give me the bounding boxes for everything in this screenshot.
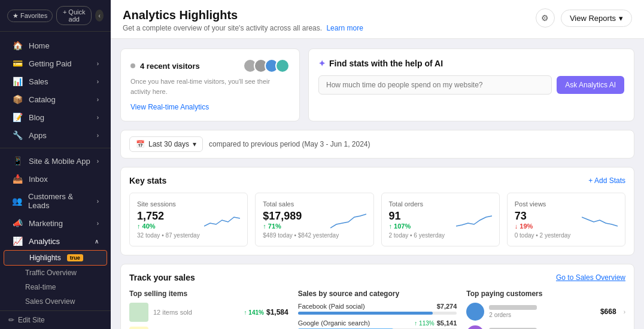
sidebar-item-apps[interactable]: 🔧 Apps › — [4, 126, 107, 144]
stat-card-sales: Total sales $17,989 ↑ 71% $489 today • $… — [255, 193, 373, 246]
visitors-card: 4 recent visitors Once you have real-tim… — [120, 48, 300, 121]
sidebar-nav: 🏠 Home 💳 Getting Paid › 📊 Sales › 📦 Cata… — [0, 32, 111, 310]
ai-card: ✦ Find stats with the help of AI Ask Ana… — [308, 48, 634, 121]
view-reports-button[interactable]: View Reports ▾ — [561, 10, 632, 27]
inbox-icon: 📥 — [12, 174, 23, 184]
new-badge: true — [67, 254, 83, 261]
spark-icon: ✦ — [318, 59, 326, 68]
header-left: Analytics Highlights Get a complete over… — [123, 8, 363, 32]
marketing-icon: 📣 — [12, 218, 23, 228]
learn-more-link[interactable]: Learn more — [326, 24, 363, 32]
blog-icon: 📝 — [12, 112, 23, 122]
collapse-sidebar-button[interactable]: ‹ — [95, 10, 104, 22]
list-item: 12 items sold ↑ 500% $1,467 — [129, 327, 288, 329]
view-realtime-link[interactable]: View Real-time Analytics — [130, 103, 209, 111]
visitors-description: Once you have real-time visitors, you'll… — [130, 77, 290, 96]
sidebar-item-sales[interactable]: 📊 Sales › — [4, 72, 107, 90]
analytics-submenu: Highlights true Traffic Overview Real-ti… — [0, 250, 111, 310]
track-sales-title: Track your sales — [129, 273, 195, 282]
chevron-down-icon: ▾ — [619, 14, 623, 23]
chevron-right-icon: › — [97, 96, 99, 103]
comparison-period-label: compared to previous period (May 3 - Jun… — [209, 140, 370, 148]
box-icon: 📦 — [12, 95, 23, 104]
stat-card-post-views: Post views 73 ↓ 19% 0 today • 2 yesterda… — [507, 193, 625, 246]
sidebar-item-inbox[interactable]: 📥 Inbox — [4, 170, 107, 188]
date-period-row: 📅 Last 30 days ▾ compared to previous pe… — [120, 130, 634, 159]
chevron-right-icon: › — [97, 78, 99, 85]
chevron-right-icon: › — [97, 158, 99, 164]
product-thumbnail — [129, 327, 148, 329]
customers-icon: 👥 — [12, 196, 22, 206]
sales-columns: Top selling items 12 items sold ↑ 141% $… — [129, 290, 625, 329]
page-description: Get a complete overview of your site's a… — [123, 24, 363, 32]
chevron-right-icon: › — [624, 309, 625, 315]
customer-name-blur — [489, 305, 537, 310]
top-cards-row: 4 recent visitors Once you have real-tim… — [120, 48, 634, 121]
settings-button[interactable]: ⚙ — [536, 8, 555, 28]
item-stats: ↑ 141% $1,584 — [244, 308, 288, 316]
chevron-down-icon: ▾ — [193, 140, 196, 148]
key-stats-title: Key stats — [129, 176, 166, 185]
sidebar-item-sales-overview[interactable]: Sales Overview — [0, 294, 111, 309]
favorites-button[interactable]: ★ Favorites — [7, 10, 53, 22]
header-right: ⚙ View Reports ▾ — [536, 8, 632, 28]
bar-fill — [298, 312, 433, 315]
sidebar-item-home[interactable]: 🏠 Home — [4, 36, 107, 54]
mobile-icon: 📱 — [12, 156, 23, 166]
star-icon: ★ — [13, 12, 19, 20]
date-period-selector[interactable]: 📅 Last 30 days ▾ — [129, 136, 203, 152]
list-item: 2 orders $668 › — [466, 303, 625, 321]
stat-value-row: 91 ↑ 107% — [389, 210, 492, 230]
page-title: Analytics Highlights — [123, 8, 363, 22]
home-icon: 🏠 — [12, 41, 23, 50]
credit-card-icon: 💳 — [12, 59, 23, 68]
sidebar-top-bar: ★ Favorites + Quick add ‹ — [0, 0, 111, 32]
apps-icon: 🔧 — [12, 130, 23, 140]
visitor-avatars — [243, 59, 290, 73]
sidebar-item-catalog[interactable]: 📦 Catalog › — [4, 90, 107, 108]
add-stats-button[interactable]: + Add Stats — [588, 176, 625, 185]
sidebar-item-getting-paid[interactable]: 💳 Getting Paid › — [4, 54, 107, 72]
list-item: 1 order $636 › — [466, 325, 625, 329]
chevron-right-icon: › — [97, 60, 99, 67]
customer-info: 2 orders — [489, 305, 596, 318]
sidebar-item-highlights[interactable]: Highlights true — [4, 250, 107, 266]
ai-search-input[interactable] — [318, 75, 552, 95]
top-customers-column: Top paying customers 2 orders $668 › — [466, 290, 625, 329]
go-to-sales-link[interactable]: Go to Sales Overview — [556, 273, 625, 282]
list-item: 12 items sold ↑ 141% $1,584 — [129, 303, 288, 322]
avatar — [275, 59, 290, 73]
sparkline-chart — [204, 211, 240, 229]
customer-avatar — [466, 325, 484, 329]
sidebar-item-real-time[interactable]: Real-time — [0, 280, 111, 294]
sidebar-item-traffic-overview[interactable]: Traffic Overview — [0, 266, 111, 280]
quick-add-button[interactable]: + Quick add — [56, 6, 92, 25]
sidebar-item-site-mobile[interactable]: 📱 Site & Mobile App › — [4, 152, 107, 170]
edit-site-button[interactable]: ✏ Edit Site — [0, 310, 111, 329]
analytics-icon: 📈 — [12, 236, 23, 246]
stat-card-orders: Total orders 91 ↑ 107% 2 today • 6 yeste… — [381, 193, 500, 246]
visitors-title: 4 recent visitors — [140, 62, 200, 71]
gear-icon: ⚙ — [541, 13, 549, 23]
sidebar-item-customers-leads[interactable]: 👥 Customers & Leads › — [4, 188, 107, 214]
ai-card-title: ✦ Find stats with the help of AI — [318, 59, 624, 68]
content-area: 4 recent visitors Once you have real-tim… — [111, 39, 644, 329]
stat-value-row: 73 ↓ 19% — [515, 210, 618, 230]
ask-ai-button[interactable]: Ask Analytics AI — [557, 76, 624, 94]
sidebar-item-blog[interactable]: 📝 Blog › — [4, 108, 107, 126]
page-header: Analytics Highlights Get a complete over… — [111, 0, 644, 39]
sidebar-item-analytics[interactable]: 📈 Analytics ∧ — [4, 232, 107, 250]
bar-background — [298, 312, 457, 315]
sidebar-item-marketing[interactable]: 📣 Marketing › — [4, 214, 107, 232]
sales-by-source-column: Sales by source and category Facebook (P… — [298, 290, 457, 329]
list-item: Facebook (Paid social) $7,274 — [298, 303, 457, 315]
chevron-up-icon: ∧ — [95, 238, 99, 245]
chevron-right-icon: › — [97, 114, 99, 121]
ai-input-row: Ask Analytics AI — [318, 75, 624, 95]
stats-grid: Site sessions 1,752 ↑ 40% 32 today • 87 … — [129, 193, 625, 246]
sparkline-chart — [456, 211, 492, 229]
stat-value-row: 1,752 ↑ 40% — [137, 210, 240, 230]
top-selling-column: Top selling items 12 items sold ↑ 141% $… — [129, 290, 288, 329]
track-sales-section: Track your sales Go to Sales Overview To… — [120, 264, 634, 329]
sidebar: ★ Favorites + Quick add ‹ 🏠 Home 💳 Getti… — [0, 0, 111, 329]
